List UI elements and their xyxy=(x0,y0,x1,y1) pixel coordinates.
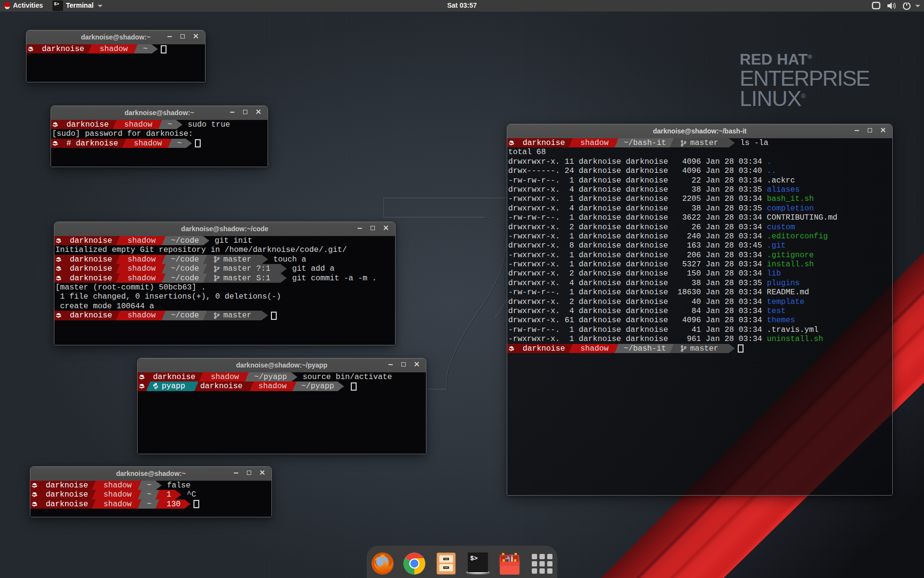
svg-text:$>: $> xyxy=(470,555,478,562)
